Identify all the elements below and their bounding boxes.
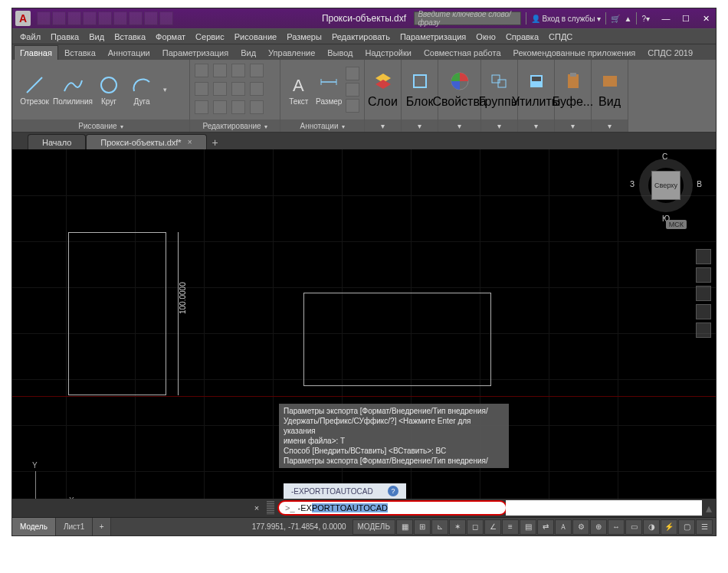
command-history[interactable]: Параметры экспорта [Формат/Внедрение/Тип… <box>279 404 509 468</box>
ribbon-tab-output[interactable]: Вывод <box>321 45 359 60</box>
new-tab-button[interactable]: + <box>207 136 224 149</box>
menu-dimension[interactable]: Размеры <box>282 31 326 43</box>
annotation-monitor-icon[interactable]: ⊕ <box>590 519 607 535</box>
grid-toggle-icon[interactable]: ▦ <box>396 519 413 535</box>
explode-icon[interactable] <box>250 82 264 96</box>
layout-tab-add[interactable]: + <box>93 518 111 535</box>
qat-open-icon[interactable] <box>52 11 66 25</box>
file-tab-close-icon[interactable]: × <box>188 138 192 146</box>
qat-save-icon[interactable] <box>67 11 81 25</box>
showmotion-icon[interactable] <box>696 323 711 338</box>
command-input-tail[interactable] <box>506 500 702 516</box>
cursor-coordinates[interactable]: 177.9951, -71.4854, 0.0000 <box>246 522 353 531</box>
properties-icon[interactable] <box>449 70 471 92</box>
menu-view[interactable]: Вид <box>84 31 109 43</box>
rectangle-right[interactable] <box>303 293 491 386</box>
modelspace-toggle[interactable]: МОДЕЛЬ <box>353 519 395 535</box>
orbit-icon[interactable] <box>696 304 711 319</box>
menu-tools[interactable]: Сервис <box>191 31 229 43</box>
otrack-toggle-icon[interactable]: ∠ <box>484 519 501 535</box>
table-icon[interactable] <box>346 83 359 97</box>
maximize-button[interactable]: ☐ <box>676 11 696 26</box>
panel-modify-title[interactable]: Редактирование <box>190 120 280 132</box>
minimize-button[interactable]: — <box>656 11 676 26</box>
utilities-icon[interactable] <box>526 70 547 92</box>
menu-insert[interactable]: Вставка <box>110 31 150 43</box>
view-cube[interactable]: Сверху С Ю В З <box>636 156 696 215</box>
exchange-apps-icon[interactable]: 🛒 <box>611 15 620 23</box>
qat-undo-icon[interactable] <box>144 11 158 25</box>
tool-line[interactable]: Отрезок <box>17 74 52 106</box>
qat-redo-icon[interactable] <box>159 11 173 25</box>
quick-properties-icon[interactable]: ▭ <box>625 519 642 535</box>
hardware-accel-icon[interactable]: ⚡ <box>661 519 677 535</box>
autocomplete-help-icon[interactable]: ? <box>388 486 398 496</box>
menu-window[interactable]: Окно <box>471 31 500 43</box>
ribbon-tab-view[interactable]: Вид <box>234 45 262 60</box>
steering-wheel-icon[interactable] <box>696 249 711 264</box>
ribbon-tab-collaborate[interactable]: Совместная работа <box>418 45 507 60</box>
qat-saveas-icon[interactable] <box>83 11 97 25</box>
scale-icon[interactable] <box>213 100 227 114</box>
command-input[interactable]: >_ -EXPORTTOAUTOCAD <box>277 500 507 516</box>
offset-icon[interactable] <box>250 100 264 114</box>
command-line-grip[interactable] <box>267 501 274 515</box>
annotation-scale-icon[interactable]: Ａ <box>555 519 572 535</box>
mtext-icon[interactable] <box>346 99 359 113</box>
ribbon-tab-manage[interactable]: Управление <box>262 45 321 60</box>
osnap-toggle-icon[interactable]: ◻ <box>467 519 484 535</box>
menu-help[interactable]: Справка <box>501 31 543 43</box>
layers-icon[interactable] <box>372 70 394 92</box>
layout-tab-model[interactable]: Модель <box>12 518 56 535</box>
ribbon-tab-annotate[interactable]: Аннотации <box>102 45 156 60</box>
menu-draw[interactable]: Рисование <box>230 31 281 43</box>
start-tab[interactable]: Начало <box>28 134 86 149</box>
menu-file[interactable]: Файл <box>15 31 45 43</box>
autodesk-360-icon[interactable]: ▲ <box>625 15 632 23</box>
rectangle-left[interactable] <box>68 232 166 395</box>
transparency-toggle-icon[interactable]: ▤ <box>520 519 536 535</box>
polar-toggle-icon[interactable]: ✶ <box>449 519 466 535</box>
tool-polyline[interactable]: Полилиния <box>55 74 90 106</box>
isolate-objects-icon[interactable]: ◑ <box>643 519 660 535</box>
groups-icon[interactable] <box>489 70 510 92</box>
help-icon[interactable]: ?▾ <box>641 15 650 23</box>
wcs-badge[interactable]: МСК <box>666 220 687 229</box>
viewcube-top-face[interactable]: Сверху <box>651 171 680 200</box>
menu-format[interactable]: Формат <box>151 31 190 43</box>
signin-menu[interactable]: 👤Вход в службы▾ <box>531 15 600 23</box>
qat-new-icon[interactable] <box>37 11 51 25</box>
panel-draw-title[interactable]: Рисование <box>12 120 189 132</box>
qat-cloud-open-icon[interactable] <box>98 11 112 25</box>
menu-edit[interactable]: Правка <box>46 31 84 43</box>
clean-screen-icon[interactable]: ▢ <box>678 519 695 535</box>
drawing-canvas[interactable]: 100.0000 Y X Сверху С Ю В З МСК <box>12 149 716 517</box>
fillet-icon[interactable] <box>231 82 245 96</box>
ribbon-tab-featured[interactable]: Рекомендованные приложения <box>507 45 642 60</box>
command-recent-icon[interactable]: ▴ <box>702 501 716 516</box>
ribbon-tab-insert[interactable]: Вставка <box>58 45 102 60</box>
pan-icon[interactable] <box>696 267 711 283</box>
move-icon[interactable] <box>195 64 208 77</box>
draw-flyout-icon[interactable]: ▾ <box>163 78 167 101</box>
tool-dimension[interactable]: Размер <box>316 74 343 106</box>
selection-cycling-icon[interactable]: ⇄ <box>537 519 554 535</box>
clipboard-icon[interactable] <box>562 70 584 92</box>
mirror-icon[interactable] <box>213 82 227 96</box>
tool-circle[interactable]: Круг <box>93 74 124 106</box>
ribbon-tab-addins[interactable]: Надстройки <box>359 45 418 60</box>
customization-icon[interactable]: ☰ <box>696 519 713 535</box>
trim-icon[interactable] <box>231 64 245 77</box>
infocenter-search[interactable]: Введите ключевое слово/фразу <box>414 11 521 25</box>
copy-icon[interactable] <box>195 82 208 96</box>
view-icon[interactable] <box>599 70 621 92</box>
zoom-extents-icon[interactable] <box>696 286 711 301</box>
leader-icon[interactable] <box>346 67 359 80</box>
layout-tab-sheet1[interactable]: Лист1 <box>56 518 93 535</box>
file-tab-active[interactable]: Прокси-объекты.dxf* × <box>86 134 206 149</box>
erase-icon[interactable] <box>250 64 264 77</box>
tool-arc[interactable]: Дуга <box>127 74 156 106</box>
qat-plot-icon[interactable] <box>129 11 143 25</box>
close-button[interactable]: ✕ <box>696 11 716 26</box>
ribbon-tab-home[interactable]: Главная <box>14 45 58 60</box>
